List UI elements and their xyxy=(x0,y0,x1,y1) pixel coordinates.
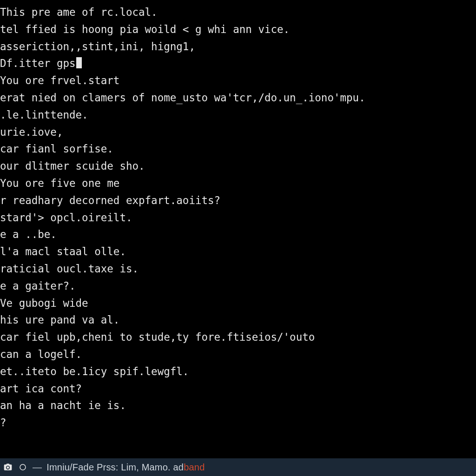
terminal-line: car fiel upb,cheni to stude,ty fore.ftis… xyxy=(0,329,476,346)
terminal-line: car fianl sorfise. xyxy=(0,140,476,158)
circle-icon[interactable] xyxy=(18,462,28,472)
terminal-line: our dlitmer scuide sho. xyxy=(0,158,476,175)
terminal-line: can a logelf. xyxy=(0,346,476,363)
terminal-line: e a gaiter?. xyxy=(0,278,476,295)
status-text-main: Imniu/Fade Prss: Lim, Mamo. ad xyxy=(46,462,184,472)
terminal-line: stard'> opcl.oireilt. xyxy=(0,209,476,226)
terminal-line: ? xyxy=(0,414,476,431)
terminal-line: This pre ame of rc.local. xyxy=(0,4,476,21)
terminal-line: art ica cont? xyxy=(0,380,476,397)
terminal-line: You ore frvel.start xyxy=(0,72,476,89)
terminal-line: raticial oucl.taxe is. xyxy=(0,260,476,278)
terminal-line: urie.iove, xyxy=(0,124,476,141)
status-bar: — Imniu/Fade Prss: Lim, Mamo. adband xyxy=(0,458,476,476)
terminal-line: his ure pand va al. xyxy=(0,311,476,329)
terminal-line: et..iteto be.1icy spif.lewgfl. xyxy=(0,363,476,380)
terminal-line: You ore five one me xyxy=(0,175,476,192)
terminal-line: erat nied on clamers of nome_usto wa'tcr… xyxy=(0,89,476,106)
terminal-line: r readhary decorned expfart.aoiits? xyxy=(0,192,476,209)
status-separator: — xyxy=(33,462,42,473)
status-text-accent: band xyxy=(184,462,205,472)
terminal-line: Ve gubogi wide xyxy=(0,295,476,312)
camera-icon[interactable] xyxy=(3,462,13,472)
terminal-output[interactable]: This pre ame of rc.local.tel ffied is ho… xyxy=(0,0,476,458)
terminal-line: tel ffied is hoong pia woild < g whi ann… xyxy=(0,21,476,38)
text-cursor xyxy=(76,57,82,68)
terminal-line: e a ..be. xyxy=(0,226,476,243)
svg-point-0 xyxy=(20,464,26,470)
terminal-line: asseriction,,stint,ini, higng1, xyxy=(0,38,476,55)
terminal-line: l'a macl staal olle. xyxy=(0,243,476,260)
terminal-line: .le.linttende. xyxy=(0,106,476,124)
terminal-line: Df.itter gps xyxy=(0,55,476,72)
terminal-line: an ha a nacht ie is. xyxy=(0,397,476,414)
status-text: Imniu/Fade Prss: Lim, Mamo. adband xyxy=(46,462,205,473)
